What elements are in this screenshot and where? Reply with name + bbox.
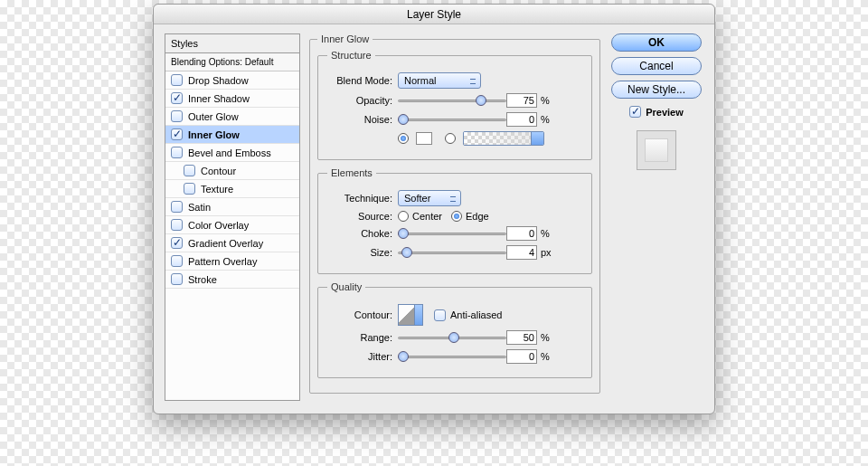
- preview-label: Preview: [646, 107, 684, 118]
- style-label: Gradient Overlay: [188, 238, 263, 249]
- source-center-label: Center: [412, 211, 442, 222]
- style-label: Contour: [201, 166, 236, 176]
- cancel-button[interactable]: Cancel: [611, 57, 702, 75]
- blend-mode-label: Blend Mode:: [327, 75, 392, 86]
- opacity-slider[interactable]: [398, 94, 506, 107]
- blend-mode-value: Normal: [404, 75, 436, 86]
- source-edge-radio[interactable]: [451, 211, 462, 222]
- source-center-radio[interactable]: [398, 211, 409, 222]
- style-label: Inner Shadow: [188, 93, 250, 104]
- opacity-input[interactable]: [506, 93, 537, 108]
- style-checkbox[interactable]: [184, 183, 195, 195]
- settings-panel: Inner Glow Structure Blend Mode: Normal …: [309, 33, 600, 401]
- window-title: Layer Style: [154, 5, 714, 24]
- jitter-unit: %: [541, 351, 550, 362]
- style-label: Drop Shadow: [188, 75, 249, 86]
- panel-title: Inner Glow: [317, 33, 373, 44]
- preview-checkbox[interactable]: [629, 106, 641, 118]
- glow-color-solid-radio[interactable]: [398, 133, 409, 144]
- glow-color-gradient-radio[interactable]: [445, 133, 456, 144]
- style-checkbox[interactable]: [171, 147, 183, 158]
- styles-header[interactable]: Styles: [165, 34, 299, 53]
- style-row-bevel-and-emboss[interactable]: Bevel and Emboss: [165, 144, 299, 162]
- style-row-color-overlay[interactable]: Color Overlay: [165, 216, 299, 234]
- range-input[interactable]: [506, 330, 537, 345]
- style-label: Color Overlay: [188, 220, 249, 231]
- style-checkbox[interactable]: [171, 201, 183, 213]
- opacity-unit: %: [541, 95, 550, 106]
- style-label: Stroke: [188, 274, 217, 285]
- size-unit: px: [541, 247, 552, 258]
- opacity-label: Opacity:: [327, 95, 392, 106]
- layer-style-window: Layer Style Styles Blending Options: Def…: [153, 4, 715, 414]
- style-checkbox[interactable]: [171, 92, 183, 104]
- technique-value: Softer: [404, 193, 430, 204]
- style-checkbox[interactable]: [171, 273, 183, 285]
- inner-glow-group: Inner Glow Structure Blend Mode: Normal …: [309, 33, 600, 394]
- jitter-label: Jitter:: [327, 351, 392, 362]
- style-row-inner-glow[interactable]: Inner Glow: [165, 126, 299, 144]
- style-label: Satin: [188, 202, 211, 213]
- style-label: Inner Glow: [188, 129, 240, 140]
- jitter-slider[interactable]: [398, 350, 506, 363]
- style-row-satin[interactable]: Satin: [165, 198, 299, 216]
- elements-legend: Elements: [327, 167, 376, 178]
- chevron-down-icon[interactable]: [414, 305, 422, 325]
- choke-label: Choke:: [327, 228, 392, 239]
- elements-group: Elements Technique: Softer Source: Cente…: [317, 167, 592, 274]
- style-checkbox[interactable]: [171, 219, 183, 231]
- style-checkbox[interactable]: [171, 74, 183, 86]
- styles-list: Styles Blending Options: Default Drop Sh…: [165, 33, 300, 401]
- style-label: Outer Glow: [188, 111, 239, 122]
- style-checkbox[interactable]: [171, 128, 183, 140]
- style-checkbox[interactable]: [171, 237, 183, 249]
- source-label: Source:: [327, 211, 392, 222]
- style-row-outer-glow[interactable]: Outer Glow: [165, 108, 299, 126]
- jitter-input[interactable]: [506, 349, 537, 364]
- source-edge-label: Edge: [466, 211, 489, 222]
- style-row-contour[interactable]: Contour: [165, 162, 299, 180]
- glow-gradient-swatch[interactable]: [463, 131, 544, 146]
- range-label: Range:: [327, 332, 392, 343]
- noise-input[interactable]: [506, 112, 537, 127]
- range-slider[interactable]: [398, 331, 506, 344]
- style-row-drop-shadow[interactable]: Drop Shadow: [165, 71, 299, 90]
- technique-select[interactable]: Softer: [398, 190, 461, 206]
- size-input[interactable]: [506, 245, 537, 260]
- style-row-gradient-overlay[interactable]: Gradient Overlay: [165, 234, 299, 252]
- style-label: Pattern Overlay: [188, 256, 257, 267]
- range-unit: %: [541, 332, 550, 343]
- noise-slider[interactable]: [398, 113, 506, 126]
- style-row-inner-shadow[interactable]: Inner Shadow: [165, 90, 299, 108]
- blend-mode-select[interactable]: Normal: [398, 72, 481, 89]
- choke-input[interactable]: [506, 226, 537, 241]
- antialiased-label: Anti-aliased: [450, 309, 502, 320]
- window-body: Styles Blending Options: Default Drop Sh…: [154, 24, 714, 414]
- preview-swatch: [637, 130, 676, 170]
- style-row-pattern-overlay[interactable]: Pattern Overlay: [165, 252, 299, 271]
- choke-unit: %: [541, 228, 550, 239]
- chevron-down-icon[interactable]: [531, 132, 543, 145]
- blending-options-row[interactable]: Blending Options: Default: [165, 53, 299, 71]
- size-slider[interactable]: [398, 246, 506, 259]
- choke-slider[interactable]: [398, 227, 506, 240]
- quality-legend: Quality: [327, 281, 365, 292]
- structure-group: Structure Blend Mode: Normal Opacity: % …: [317, 50, 592, 160]
- technique-label: Technique:: [327, 193, 392, 204]
- contour-label: Contour:: [327, 309, 392, 320]
- new-style-button[interactable]: New Style...: [611, 81, 702, 99]
- ok-button[interactable]: OK: [611, 33, 702, 52]
- style-checkbox[interactable]: [184, 165, 195, 176]
- antialiased-checkbox[interactable]: [434, 309, 446, 321]
- style-row-stroke[interactable]: Stroke: [165, 271, 299, 289]
- size-label: Size:: [327, 247, 392, 258]
- style-label: Bevel and Emboss: [188, 147, 271, 158]
- quality-group: Quality Contour: Anti-aliased Range: %: [317, 281, 592, 378]
- style-row-texture[interactable]: Texture: [165, 180, 299, 198]
- contour-picker[interactable]: [398, 304, 423, 326]
- glow-color-swatch[interactable]: [416, 132, 432, 145]
- right-column: OK Cancel New Style... Preview: [609, 33, 703, 401]
- noise-label: Noise:: [327, 114, 392, 125]
- style-checkbox[interactable]: [171, 255, 183, 267]
- style-checkbox[interactable]: [171, 110, 183, 122]
